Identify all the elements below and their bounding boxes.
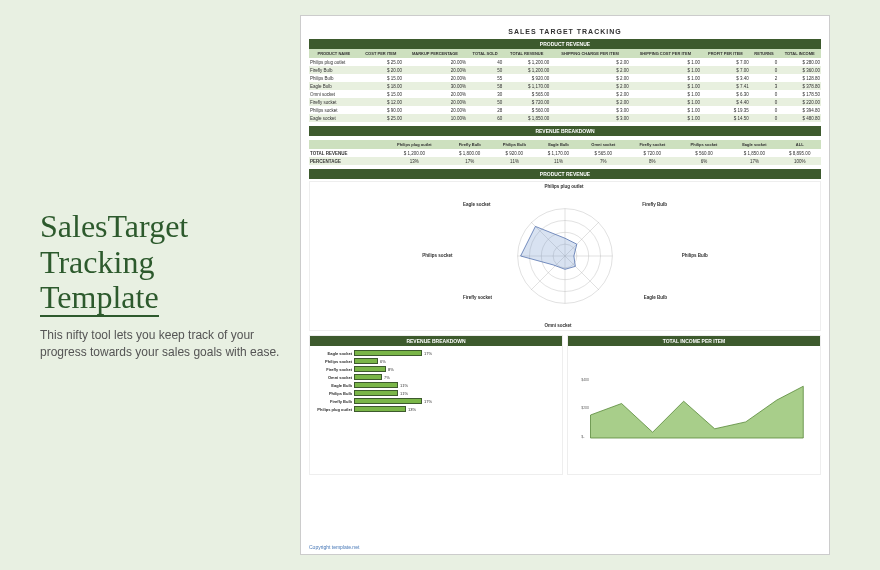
col-header: TOTAL REVENUE [503, 49, 550, 58]
section-revenue-breakdown: REVENUE BREAKDOWN [309, 126, 821, 136]
area-chart: TOTAL INCOME PER ITEM $-$200$400 [567, 335, 821, 475]
col-header: MARKUP PERCENTAGE [403, 49, 467, 58]
hbar-row: Eagle socket17% [310, 350, 562, 356]
svg-text:$200: $200 [581, 406, 589, 410]
col-header: PROFIT PER ITEM [701, 49, 750, 58]
col-header: PRODUCT NAME [309, 49, 359, 58]
sheet-title: SALES TARGET TRACKING [309, 28, 821, 35]
hbar-row: Philips Bulb11% [310, 390, 562, 396]
table-row: Philips Bulb$ 15.0020.00%55$ 920.00$ 2.0… [309, 74, 821, 82]
hbar-row: Philips socket6% [310, 358, 562, 364]
hbar-row: Philips plug outlet13% [310, 406, 562, 412]
radar-chart: Philips plug outlet Firefly Bulb Philips… [309, 181, 821, 331]
col-header: COST PER ITEM [359, 49, 403, 58]
col-header: RETURNS [750, 49, 778, 58]
hbar-row: Firefly socket8% [310, 366, 562, 372]
table-row: Firefly Bulb$ 20.0020.00%50$ 1,200.00$ 2… [309, 66, 821, 74]
svg-text:$-: $- [581, 435, 584, 439]
col-header: SHIPPING CHARGE PER ITEM [550, 49, 629, 58]
copyright: Copyright template.net [309, 544, 359, 550]
promo-title: SalesTarget Tracking Template [40, 209, 280, 315]
hbar-chart: REVENUE BREAKDOWN Eagle socket17%Philips… [309, 335, 563, 475]
section-product-revenue: PRODUCT REVENUE [309, 39, 821, 49]
table-row: Eagle Bulb$ 18.0030.00%58$ 1,170.00$ 2.0… [309, 82, 821, 90]
promo-desc: This nifty tool lets you keep track of y… [40, 327, 280, 361]
table-row: Eagle socket$ 25.0010.00%60$ 1,850.00$ 3… [309, 114, 821, 122]
col-header: TOTAL SOLD [467, 49, 503, 58]
product-table: PRODUCT NAMECOST PER ITEMMARKUP PERCENTA… [309, 49, 821, 122]
spreadsheet-preview: SALES TARGET TRACKING PRODUCT REVENUE PR… [300, 15, 830, 555]
promo-sidebar: SalesTarget Tracking Template This nifty… [0, 209, 300, 360]
svg-text:$400: $400 [581, 378, 589, 382]
svg-marker-8 [521, 226, 577, 269]
col-header: TOTAL INCOME [778, 49, 821, 58]
col-header: SHIPPING COST PER ITEM [630, 49, 701, 58]
section-radar: PRODUCT REVENUE [309, 169, 821, 179]
breakdown-row: TOTAL REVENUE$ 1,200.00$ 1,800.00$ 920.0… [309, 149, 821, 157]
table-row: Omni socket$ 15.0020.00%30$ 565.00$ 2.00… [309, 90, 821, 98]
svg-marker-9 [591, 386, 804, 438]
table-row: Philips plug outlet$ 25.0020.00%40$ 1,20… [309, 58, 821, 66]
breakdown-row: PERCENTAGE13%17%11%11%7%8%6%17%100% [309, 157, 821, 165]
hbar-row: Eagle Bulb11% [310, 382, 562, 388]
hbar-row: Firefly Bulb17% [310, 398, 562, 404]
breakdown-table: Philips plug outletFirefly BulbPhilips B… [309, 140, 821, 165]
table-row: Firefly socket$ 12.0020.00%50$ 720.00$ 2… [309, 98, 821, 106]
table-row: Philips socket$ 90.0020.00%28$ 560.00$ 3… [309, 106, 821, 114]
hbar-row: Omni socket7% [310, 374, 562, 380]
